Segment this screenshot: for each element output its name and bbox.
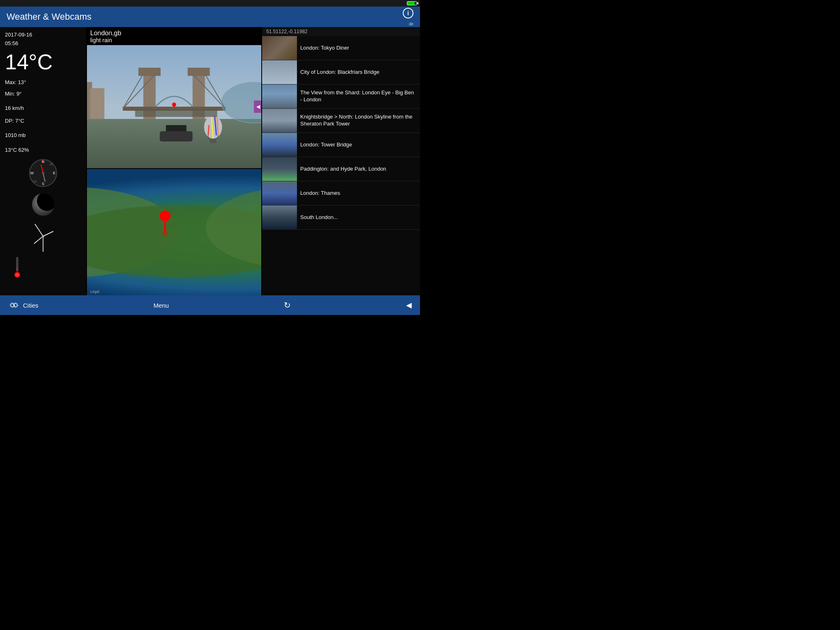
menu-nav-item[interactable]: Menu (153, 302, 169, 309)
svg-text:S: S (42, 182, 44, 186)
header: Weather & Webcams i de (0, 7, 420, 27)
compass-container: N S W E NE SW (5, 159, 81, 187)
pressure: 1010 mb (5, 130, 81, 140)
map-image (87, 169, 261, 295)
center-panel: London,gb light rain (86, 27, 262, 295)
coordinates-bar: 51.51122,-0.11982 (262, 27, 420, 36)
webcam-title: South London... (297, 212, 420, 224)
webcam-image (87, 45, 261, 168)
moon-phase (32, 193, 55, 216)
svg-point-56 (14, 304, 17, 307)
svg-rect-17 (17, 267, 18, 272)
svg-line-41 (208, 125, 209, 135)
settings-nav-item[interactable]: Cities (8, 299, 39, 311)
header-right: i de (403, 8, 413, 26)
webcam-title: The View from the Shard: London Eye - Bi… (297, 87, 420, 106)
webcam-thumbnail (262, 36, 297, 60)
svg-point-15 (42, 235, 44, 237)
svg-line-44 (217, 117, 218, 135)
svg-point-52 (160, 210, 170, 221)
svg-text:E: E (53, 171, 55, 175)
location-info: London,gb light rain (86, 27, 262, 45)
webcam-thumbnail (262, 157, 297, 181)
menu-label: Menu (153, 302, 169, 309)
weather-date: 2017-09-16 (5, 31, 81, 39)
webcam-list-item[interactable]: London: Thames (262, 181, 420, 205)
back-icon: ◀ (406, 301, 412, 310)
webcam-list-item[interactable]: London: Tokyo Diner (262, 36, 420, 60)
webcam-thumbnail (262, 133, 297, 157)
thermometer-container (5, 255, 81, 280)
language-label: de (409, 22, 413, 26)
dew-point: DP: 7°C (5, 116, 81, 126)
webcam-list-item[interactable]: Paddington: and Hyde Park, London (262, 157, 420, 181)
main-content: 2017-09-16 05:56 14°C Max: 13° Min: 9° 1… (0, 27, 420, 295)
windmill-icon (27, 220, 59, 253)
humidity: 13°C 62% (5, 145, 81, 155)
webcam-list: London: Tokyo Diner City of London: Blac… (262, 36, 420, 230)
temperature-display: 14°C (5, 50, 81, 74)
right-panel: 51.51122,-0.11982 London: Tokyo Diner Ci… (262, 27, 420, 295)
svg-text:SW: SW (32, 180, 37, 183)
wind-speed: 16 km/h (5, 105, 81, 111)
status-bar (0, 0, 420, 7)
svg-rect-26 (139, 68, 161, 76)
webcam-thumbnail (262, 60, 297, 84)
webcam-thumbnail (262, 205, 297, 229)
webcam-title: Knightsbridge > North: London Skyline fr… (297, 111, 420, 130)
webcam-next-arrow[interactable]: ◀ (254, 100, 261, 113)
app-title: Weather & Webcams (7, 11, 91, 22)
compass: N S W E NE SW (29, 159, 57, 187)
webcam-thumbnail (262, 109, 297, 132)
svg-line-13 (43, 231, 53, 236)
info-button[interactable]: i (403, 8, 413, 18)
left-panel: 2017-09-16 05:56 14°C Max: 13° Min: 9° 1… (0, 27, 86, 295)
moon-container (5, 193, 81, 216)
webcam-view[interactable]: ◀ (87, 45, 261, 168)
svg-rect-35 (160, 131, 193, 142)
webcam-title: London: Tokyo Diner (297, 42, 420, 54)
svg-text:NE: NE (49, 163, 53, 166)
webcam-list-item[interactable]: City of London: Blackfriars Bridge (262, 60, 420, 84)
battery-icon (407, 1, 417, 5)
webcam-list-item[interactable]: South London... (262, 205, 420, 230)
svg-text:W: W (30, 171, 34, 175)
battery-fill (407, 2, 415, 5)
webcam-title: London: Tower Bridge (297, 139, 420, 151)
refresh-icon: ↻ (284, 300, 291, 310)
thermometer-icon (13, 255, 21, 280)
cities-label: Cities (23, 302, 39, 309)
webcam-thumbnail (262, 181, 297, 205)
location-name: London,gb (90, 30, 258, 37)
svg-line-12 (35, 224, 43, 236)
svg-line-14 (34, 236, 43, 244)
svg-rect-24 (90, 88, 105, 119)
max-temp: Max: 13° (5, 78, 81, 87)
webcam-title: Paddington: and Hyde Park, London (297, 163, 420, 175)
webcam-title: City of London: Blackfriars Bridge (297, 66, 420, 78)
webcam-list-item[interactable]: London: Tower Bridge (262, 133, 420, 157)
svg-rect-45 (135, 109, 217, 117)
svg-point-9 (42, 172, 44, 174)
refresh-nav-item[interactable]: ↻ (284, 300, 291, 310)
weather-description: light rain (90, 37, 258, 43)
back-nav-item[interactable]: ◀ (406, 301, 412, 310)
min-temp: Min: 9° (5, 89, 81, 98)
webcam-list-item[interactable]: The View from the Shard: London Eye - Bi… (262, 84, 420, 109)
svg-point-19 (15, 273, 19, 277)
bottom-nav: Cities Menu ↻ ◀ (0, 295, 420, 315)
webcam-thumbnail (262, 84, 297, 108)
svg-rect-40 (210, 139, 217, 143)
webcam-title: London: Thames (297, 187, 420, 199)
svg-rect-36 (166, 125, 187, 131)
svg-point-54 (162, 231, 168, 236)
windmill-container (5, 220, 81, 253)
legal-text: Legal (90, 290, 99, 294)
settings-icon (8, 299, 20, 311)
weather-time: 05:56 (5, 40, 81, 46)
webcam-list-item[interactable]: Knightsbridge > North: London Skyline fr… (262, 109, 420, 133)
map-view[interactable]: Legal (87, 169, 261, 295)
svg-rect-28 (188, 68, 210, 76)
